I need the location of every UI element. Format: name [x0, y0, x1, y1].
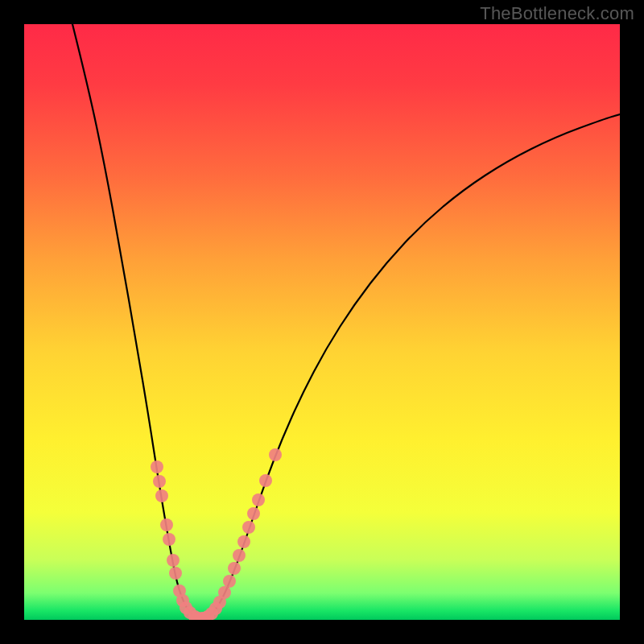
scatter-marker [259, 474, 272, 487]
scatter-marker [237, 535, 250, 548]
scatter-marker [247, 507, 260, 520]
scatter-marker [155, 489, 168, 502]
scatter-marker [151, 460, 163, 473]
bottleneck-curve [72, 24, 620, 619]
chart-frame: TheBottleneck.com [0, 0, 644, 644]
scatter-marker [228, 562, 241, 575]
watermark-text: TheBottleneck.com [480, 3, 634, 24]
scatter-marker [223, 575, 236, 588]
scatter-marker [218, 586, 231, 599]
scatter-marker [252, 493, 265, 506]
scatter-marker [242, 521, 255, 534]
scatter-marker [153, 475, 166, 488]
scatter-marker [233, 549, 246, 562]
plot-area [24, 24, 620, 620]
scatter-marker [169, 567, 182, 580]
curve-layer [24, 24, 620, 620]
scatter-marker [167, 554, 180, 567]
scatter-marker [269, 448, 282, 461]
scatter-markers [151, 448, 282, 620]
scatter-marker [160, 518, 173, 531]
scatter-marker [163, 533, 175, 546]
